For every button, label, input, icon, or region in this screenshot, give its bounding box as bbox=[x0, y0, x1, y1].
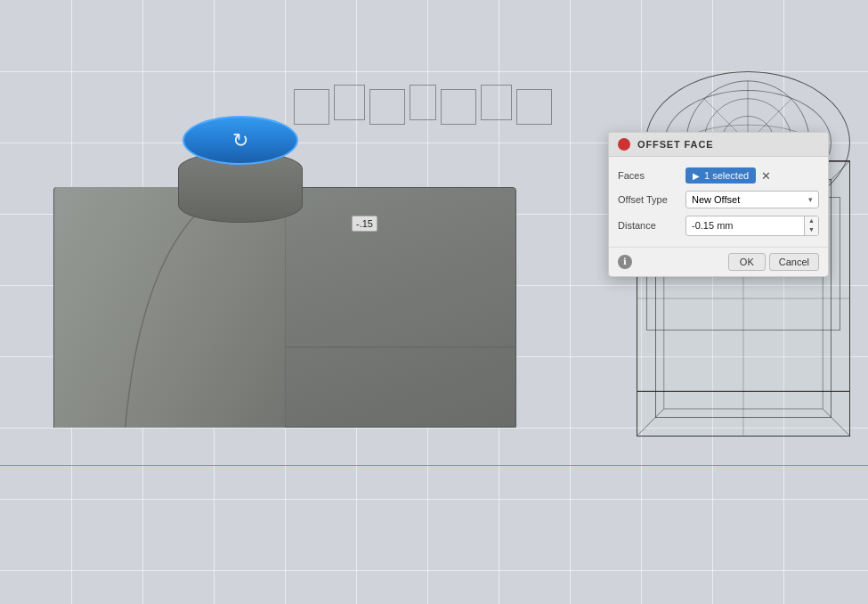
bg-wireframe bbox=[294, 85, 596, 138]
faces-label: Faces bbox=[618, 170, 682, 181]
distance-label: Distance bbox=[618, 220, 682, 231]
dimension-label: -.15 bbox=[352, 216, 377, 232]
distance-input-field[interactable] bbox=[686, 217, 804, 233]
offset-type-row: Offset Type New Offset ▾ bbox=[609, 187, 828, 212]
chevron-down-icon: ▾ bbox=[808, 195, 813, 204]
svg-line-14 bbox=[823, 409, 849, 436]
3d-viewport[interactable]: ↻ -.15 bbox=[0, 0, 868, 604]
svg-line-13 bbox=[637, 409, 664, 436]
faces-clear-button[interactable]: ✕ bbox=[759, 170, 773, 182]
axis-line bbox=[0, 465, 868, 466]
cancel-button[interactable]: Cancel bbox=[769, 253, 819, 271]
cylinder-top-face: ↻ bbox=[183, 116, 298, 165]
faces-selected-text: 1 selected bbox=[704, 170, 749, 181]
faces-control: ▶ 1 selected ✕ bbox=[685, 167, 819, 184]
faces-row: Faces ▶ 1 selected ✕ bbox=[609, 164, 828, 187]
rotate-arrow-icon: ↻ bbox=[232, 129, 248, 152]
distance-control: ▲ ▼ bbox=[685, 216, 819, 236]
offset-type-control: New Offset ▾ bbox=[685, 191, 819, 208]
offset-face-panel: OFFSET FACE Faces ▶ 1 selected ✕ Offset … bbox=[608, 132, 829, 277]
info-icon[interactable]: ℹ bbox=[618, 255, 632, 269]
distance-row: Distance ▲ ▼ bbox=[609, 212, 828, 240]
cursor-icon: ▶ bbox=[693, 171, 700, 181]
offset-type-label: Offset Type bbox=[618, 194, 682, 205]
offset-type-value: New Offset bbox=[692, 194, 740, 205]
panel-header: OFFSET FACE bbox=[609, 133, 828, 157]
panel-header-dot bbox=[618, 138, 630, 151]
distance-spinner: ▲ ▼ bbox=[804, 216, 818, 235]
offset-type-select[interactable]: New Offset ▾ bbox=[685, 191, 819, 208]
panel-body: Faces ▶ 1 selected ✕ Offset Type New Off… bbox=[609, 157, 828, 247]
distance-input-wrapper: ▲ ▼ bbox=[685, 216, 819, 236]
decrement-button[interactable]: ▼ bbox=[805, 225, 818, 234]
dimension-value: -.15 bbox=[356, 218, 373, 229]
faces-selected-button[interactable]: ▶ 1 selected bbox=[685, 167, 756, 184]
panel-title: OFFSET FACE bbox=[637, 139, 713, 150]
ok-button[interactable]: OK bbox=[728, 253, 766, 271]
increment-button[interactable]: ▲ bbox=[805, 216, 818, 225]
panel-footer: ℹ OK Cancel bbox=[609, 247, 828, 276]
model-body-curve bbox=[53, 187, 285, 428]
